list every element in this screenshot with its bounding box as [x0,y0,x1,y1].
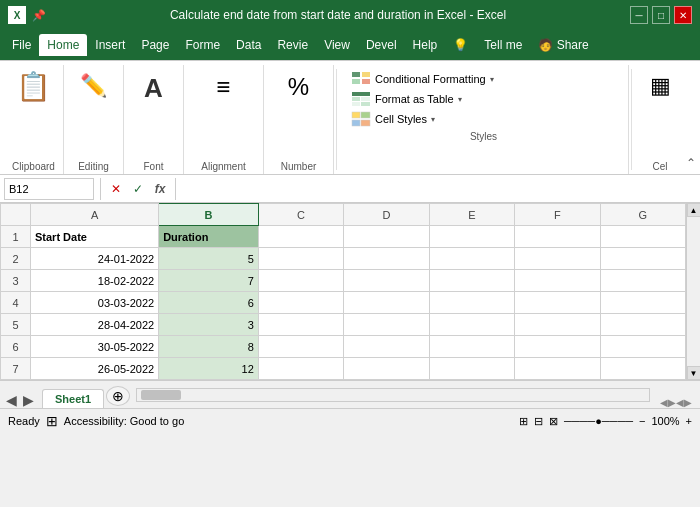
table-cell[interactable] [515,292,600,314]
view-page-icon[interactable]: ⊠ [549,415,558,428]
table-cell[interactable] [429,336,514,358]
table-cell[interactable]: 7 [159,270,259,292]
font-button[interactable]: A [134,69,174,110]
vertical-scrollbar[interactable]: ▲ ▼ [686,203,700,380]
table-cell[interactable] [515,270,600,292]
table-cell[interactable] [600,336,686,358]
row-header-4[interactable]: 4 [1,292,31,314]
alignment-button[interactable]: ≡ [204,69,244,107]
table-cell[interactable] [258,248,343,270]
menu-file[interactable]: File [4,34,39,56]
table-cell[interactable]: 30-05-2022 [31,336,159,358]
table-cell[interactable]: 12 [159,358,259,380]
zoom-slider[interactable]: ────●──── [564,415,633,427]
table-cell[interactable] [515,226,600,248]
new-sheet-button[interactable]: ⊕ [106,386,130,406]
editing-button[interactable]: ✏️ [74,69,114,105]
name-box[interactable]: B12 [4,178,94,200]
scroll-down-button[interactable]: ▼ [687,366,701,380]
cancel-formula-button[interactable]: ✕ [107,180,125,198]
table-cell[interactable] [429,248,514,270]
row-header-6[interactable]: 6 [1,336,31,358]
table-cell[interactable]: 03-03-2022 [31,292,159,314]
table-cell[interactable] [344,336,429,358]
function-button[interactable]: fx [151,180,169,198]
table-cell[interactable] [600,248,686,270]
col-header-d[interactable]: D [344,204,429,226]
table-cell[interactable]: 6 [159,292,259,314]
table-cell[interactable] [258,226,343,248]
zoom-decrease[interactable]: − [639,415,645,427]
table-cell[interactable] [258,292,343,314]
table-cell[interactable] [258,358,343,380]
table-cell[interactable] [600,292,686,314]
col-header-e[interactable]: E [429,204,514,226]
table-cell[interactable] [515,248,600,270]
table-cell[interactable] [600,270,686,292]
col-header-g[interactable]: G [600,204,686,226]
format-as-table-button[interactable]: Format as Table ▾ [347,89,620,109]
menu-review[interactable]: Revie [269,34,316,56]
table-cell[interactable] [344,248,429,270]
table-cell[interactable] [515,358,600,380]
table-cell[interactable] [429,314,514,336]
conditional-formatting-button[interactable]: Conditional Formatting ▾ [347,69,620,89]
tab-scroll-left[interactable]: ◀ [4,392,19,408]
cells-button[interactable]: ▦ [640,69,680,105]
menu-view[interactable]: View [316,34,358,56]
table-cell[interactable]: 18-02-2022 [31,270,159,292]
minimize-button[interactable]: ─ [630,6,648,24]
table-cell[interactable] [344,292,429,314]
table-cell[interactable] [515,336,600,358]
close-button[interactable]: ✕ [674,6,692,24]
table-cell[interactable] [344,226,429,248]
table-cell[interactable]: 8 [159,336,259,358]
table-cell[interactable] [429,358,514,380]
menu-help[interactable]: Help [405,34,446,56]
col-header-c[interactable]: C [258,204,343,226]
row-header-1[interactable]: 1 [1,226,31,248]
row-header-3[interactable]: 3 [1,270,31,292]
confirm-formula-button[interactable]: ✓ [129,180,147,198]
number-button[interactable]: % [279,69,319,107]
table-cell[interactable]: 24-01-2022 [31,248,159,270]
table-cell[interactable]: 3 [159,314,259,336]
row-header-2[interactable]: 2 [1,248,31,270]
table-cell[interactable] [429,292,514,314]
col-header-f[interactable]: F [515,204,600,226]
table-cell[interactable] [600,314,686,336]
tab-scroll-right[interactable]: ▶ [21,392,36,408]
table-cell[interactable] [344,314,429,336]
menu-insert[interactable]: Insert [87,34,133,56]
table-cell[interactable] [258,314,343,336]
maximize-button[interactable]: □ [652,6,670,24]
cell-styles-button[interactable]: Cell Styles ▾ [347,109,620,129]
ribbon-collapse[interactable]: ⌃ [686,65,696,174]
menu-format[interactable]: Forme [177,34,228,56]
scroll-up-button[interactable]: ▲ [687,203,701,217]
formula-input[interactable] [182,183,696,195]
table-cell[interactable]: 5 [159,248,259,270]
window-controls[interactable]: ─ □ ✕ [630,6,692,24]
menu-developer[interactable]: Devel [358,34,405,56]
menu-home[interactable]: Home [39,34,87,56]
table-cell[interactable] [600,358,686,380]
table-cell[interactable] [258,336,343,358]
col-header-a[interactable]: A [31,204,159,226]
table-cell[interactable] [344,358,429,380]
view-layout-icon[interactable]: ⊟ [534,415,543,428]
horizontal-scrollbar[interactable] [136,388,650,402]
menu-lightbulb[interactable]: 💡 [445,34,476,56]
table-cell[interactable] [515,314,600,336]
row-header-7[interactable]: 7 [1,358,31,380]
menu-data[interactable]: Data [228,34,269,56]
table-cell[interactable] [429,226,514,248]
zoom-increase[interactable]: + [686,415,692,427]
menu-page[interactable]: Page [133,34,177,56]
row-header-5[interactable]: 5 [1,314,31,336]
table-cell[interactable] [600,226,686,248]
view-normal-icon[interactable]: ⊞ [519,415,528,428]
table-cell[interactable]: 28-04-2022 [31,314,159,336]
table-cell[interactable] [344,270,429,292]
col-header-b[interactable]: B [159,204,259,226]
